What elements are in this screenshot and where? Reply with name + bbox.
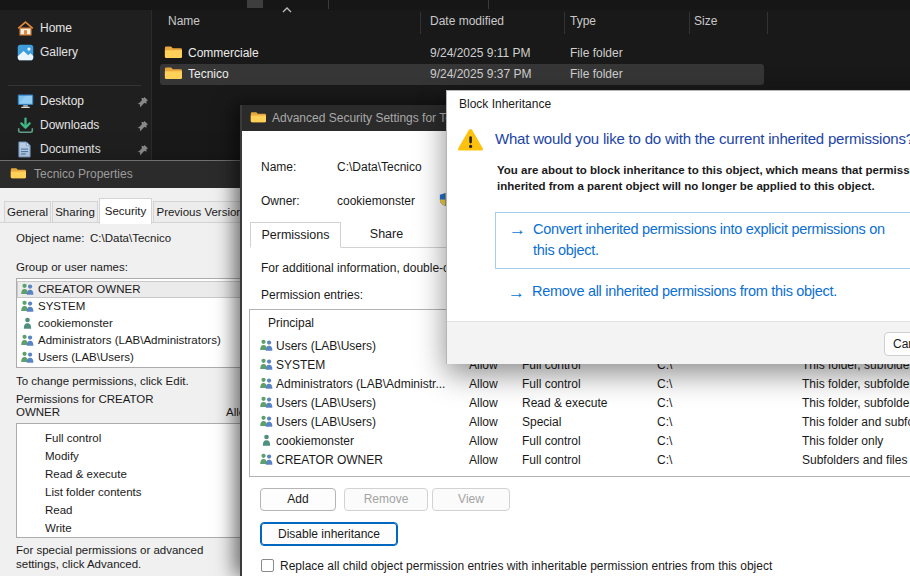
disable-inheritance-button[interactable]: Disable inheritance	[260, 522, 398, 546]
permission-modify[interactable]: Modify	[45, 450, 79, 462]
list-item-system[interactable]: SYSTEM	[17, 298, 241, 315]
cell-type: Allow	[469, 415, 498, 429]
tab-general[interactable]: General	[4, 201, 51, 223]
file-date: 9/24/2025 9:37 PM	[430, 67, 531, 81]
tab-security[interactable]: Security	[99, 198, 152, 224]
replace-permissions-checkbox[interactable]	[261, 559, 274, 572]
list-item-users[interactable]: Users (LAB\Users)	[17, 349, 241, 366]
properties-dialog: Tecnico Properties General Sharing Secur…	[0, 160, 253, 576]
toolbar-divider	[328, 0, 329, 9]
table-row[interactable]: cookiemonster Allow Full control C:\ Thi…	[250, 431, 910, 450]
permission-list-folder-contents[interactable]: List folder contents	[45, 486, 142, 498]
owner-value: cookiemonster	[337, 194, 415, 208]
tab-previous-versions[interactable]: Previous Versions	[153, 201, 252, 223]
cell-applies-to: This folder, subfolders and files	[802, 396, 910, 410]
dialog-body-line2: inherited from a parent object will no l…	[497, 180, 875, 192]
sidebar-item-desktop[interactable]: Desktop	[0, 90, 151, 114]
column-header-principal[interactable]: Principal	[268, 316, 314, 330]
cell-principal: Users (LAB\Users)	[276, 396, 376, 410]
dialog-body-line1: You are about to block inheritance to th…	[497, 164, 910, 176]
name-value: C:\Data\Tecnico	[337, 160, 422, 174]
tab-share[interactable]: Share	[342, 222, 431, 248]
properties-titlebar: Tecnico Properties	[0, 161, 252, 188]
cancel-button[interactable]: Cancel	[884, 332, 910, 356]
list-item-cookiemonster[interactable]: cookiemonster	[17, 315, 241, 332]
column-header-name[interactable]: Name	[168, 14, 200, 42]
convert-option-line1: Convert inherited permissions into expli…	[533, 219, 885, 240]
column-header-size[interactable]: Size	[694, 14, 717, 42]
table-row[interactable]: Users (LAB\Users) Allow Special C:\ This…	[250, 412, 910, 431]
gallery-icon	[17, 44, 34, 61]
convert-permissions-command-link[interactable]: → Convert inherited permissions into exp…	[495, 212, 910, 269]
explorer-toolbar-strip	[0, 0, 910, 10]
tab-sharing[interactable]: Sharing	[52, 201, 98, 223]
list-item-administrators[interactable]: Administrators (LAB\Administrators)	[17, 332, 241, 349]
user-icon	[20, 317, 35, 329]
replace-permissions-label: Replace all child object permission entr…	[280, 559, 772, 573]
principal-name: SYSTEM	[38, 300, 85, 312]
sidebar-item-label: Downloads	[40, 118, 99, 132]
downloads-icon	[17, 117, 34, 134]
scrollbar-thumb[interactable]	[247, 0, 263, 8]
group-icon	[20, 351, 35, 363]
group-user-names-label: Group or user names:	[16, 261, 128, 273]
table-row[interactable]: Users (LAB\Users) Allow Read & execute C…	[250, 393, 910, 412]
permission-full-control[interactable]: Full control	[45, 432, 101, 444]
table-row[interactable]: CREATOR OWNER Allow Full control C:\ Sub…	[250, 450, 910, 469]
cell-type: Allow	[469, 377, 498, 391]
group-icon	[20, 300, 35, 312]
sidebar-item-documents[interactable]: Documents	[0, 138, 151, 162]
permission-write[interactable]: Write	[45, 522, 72, 534]
sidebar-item-gallery[interactable]: Gallery	[0, 41, 151, 65]
column-divider[interactable]	[689, 12, 690, 34]
sidebar-item-downloads[interactable]: Downloads	[0, 114, 151, 138]
owner-label: Owner:	[261, 194, 300, 208]
table-row[interactable]: Administrators (LAB\Administr... Allow F…	[250, 374, 910, 393]
cell-principal: Administrators (LAB\Administr...	[276, 377, 445, 391]
object-name-label: Object name:	[16, 232, 84, 244]
column-divider[interactable]	[420, 12, 421, 34]
column-header-date-modified[interactable]: Date modified	[430, 14, 504, 42]
object-name-value: C:\Data\Tecnico	[90, 232, 171, 244]
permission-read-execute[interactable]: Read & execute	[45, 468, 127, 480]
cell-applies-to: This folder and subfolders	[802, 415, 910, 429]
file-row-tecnico-selected[interactable]: Tecnico 9/24/2025 9:37 PM File folder	[160, 64, 764, 85]
permissions-for-label: Permissions for CREATOR OWNER	[16, 393, 184, 419]
sidebar-item-home[interactable]: Home	[0, 17, 151, 41]
cell-principal: Users (LAB\Users)	[276, 415, 376, 429]
screenshot-canvas: Home Gallery Desktop Downloads Documents	[0, 0, 910, 576]
cell-applies-to: This folder only	[802, 434, 883, 448]
permission-entries-label: Permission entries:	[261, 288, 363, 302]
add-button[interactable]: Add	[260, 488, 336, 511]
remove-button[interactable]: Remove	[344, 488, 428, 511]
sidebar-item-label: Gallery	[40, 45, 78, 59]
file-row-commerciale[interactable]: Commerciale 9/24/2025 9:11 PM File folde…	[160, 43, 764, 64]
column-divider[interactable]	[767, 12, 768, 34]
cell-inherited-from: C:\	[657, 434, 672, 448]
column-header-type[interactable]: Type	[570, 14, 596, 42]
cell-access: Read & execute	[522, 396, 607, 410]
advanced-settings-hint: For special permissions or advanced sett…	[16, 543, 242, 571]
cell-type: Allow	[469, 396, 498, 410]
file-name: Commerciale	[188, 46, 259, 60]
view-button[interactable]: View	[432, 488, 510, 511]
cell-applies-to: Subfolders and files only	[802, 453, 910, 467]
permission-read[interactable]: Read	[45, 504, 73, 516]
cell-principal: Users (LAB\Users)	[276, 339, 376, 353]
pin-icon	[137, 96, 149, 108]
sidebar-item-label: Home	[40, 21, 72, 35]
pin-icon	[137, 120, 149, 132]
column-divider[interactable]	[564, 12, 565, 34]
group-icon	[259, 396, 274, 408]
documents-icon	[17, 141, 34, 158]
sort-ascending-icon	[282, 7, 292, 13]
list-item-creator-owner[interactable]: CREATOR OWNER	[17, 281, 241, 298]
tab-permissions[interactable]: Permissions	[250, 222, 341, 248]
folder-icon	[250, 111, 266, 124]
group-icon	[20, 283, 35, 295]
pin-icon	[137, 144, 149, 156]
file-name: Tecnico	[188, 67, 229, 81]
sidebar-separator	[8, 85, 141, 86]
folder-icon	[164, 66, 182, 81]
cell-inherited-from: C:\	[657, 377, 672, 391]
